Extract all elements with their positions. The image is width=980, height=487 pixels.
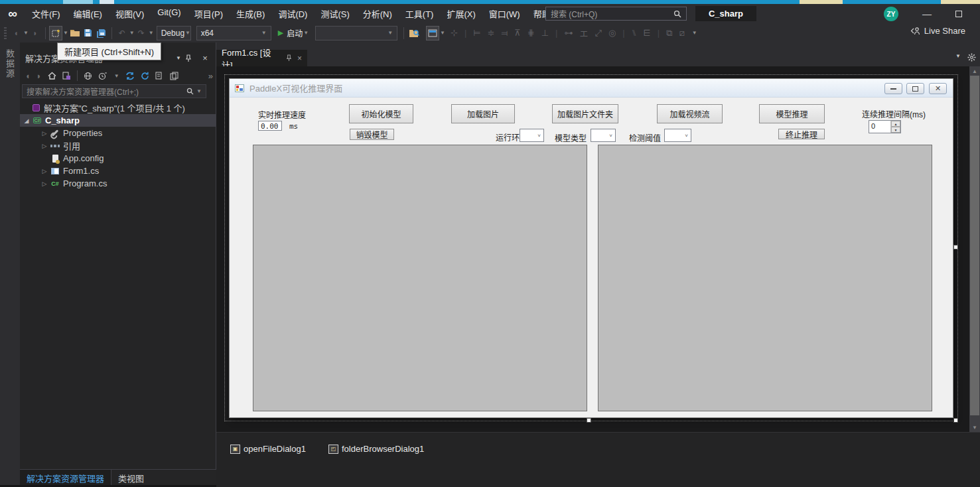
menu-project[interactable]: 项目(P): [188, 5, 230, 23]
home-icon[interactable]: [48, 72, 56, 80]
live-share-button[interactable]: Live Share: [910, 26, 965, 36]
menu-view[interactable]: 视图(V): [109, 5, 151, 23]
save-button[interactable]: [82, 26, 95, 40]
picturebox-right[interactable]: [598, 145, 932, 411]
picturebox-left[interactable]: [253, 145, 587, 411]
toolbar-overflow-icon[interactable]: ▼: [692, 30, 697, 36]
tree-item-project[interactable]: ◢ C# C_sharp: [20, 114, 216, 127]
solution-config-dropdown[interactable]: Debug ▼: [157, 26, 191, 40]
tree-item-appconfig[interactable]: App.config: [20, 152, 216, 165]
menu-extensions[interactable]: 扩展(X): [440, 5, 482, 23]
align-lefts-icon[interactable]: ⊨: [473, 28, 480, 38]
same-height-icon[interactable]: エ: [580, 27, 589, 39]
sync-with-active-document-icon[interactable]: [125, 72, 135, 80]
destroy-model-button[interactable]: 销毁模型: [350, 129, 394, 140]
switch-views-icon[interactable]: [62, 72, 71, 80]
back-icon[interactable]: ◖: [25, 71, 31, 81]
collapsed-icon[interactable]: ▷: [40, 143, 48, 149]
menu-window[interactable]: 窗口(W): [482, 5, 527, 23]
stop-inference-button[interactable]: 终止推理: [778, 129, 825, 139]
menu-build[interactable]: 生成(B): [230, 5, 271, 23]
collapsed-icon[interactable]: ▷: [40, 168, 48, 174]
menu-file[interactable]: 文件(F): [25, 5, 67, 23]
align-bottoms-icon[interactable]: ⊥: [541, 28, 549, 38]
redo-dropdown-icon[interactable]: ▼: [149, 30, 154, 36]
size-to-grid-icon[interactable]: ◎: [608, 28, 616, 38]
folderbrowserdialog-component[interactable]: ◰ folderBrowserDialog1: [328, 444, 424, 454]
load-stream-button[interactable]: 加载视频流: [657, 104, 723, 123]
back-dropdown-icon[interactable]: ▼: [23, 30, 29, 36]
align-centers-icon[interactable]: ≑: [488, 28, 495, 38]
save-all-button[interactable]: [95, 26, 108, 40]
designer-view-button[interactable]: [426, 26, 439, 40]
navigate-back-icon[interactable]: ◖: [9, 26, 23, 40]
tab-form1-designer[interactable]: Form1.cs [设计] ×: [216, 50, 307, 66]
menu-analyze[interactable]: 分析(N): [356, 5, 399, 23]
undo-dropdown-icon[interactable]: ▼: [129, 30, 135, 36]
quick-search-input[interactable]: 搜索 (Ctrl+Q): [545, 7, 687, 21]
menu-git[interactable]: Git(G): [151, 5, 187, 23]
openfiledialog-component[interactable]: ▣ openFileDialog1: [230, 444, 306, 454]
vert-spacing-icon[interactable]: ⋿: [643, 28, 650, 38]
tree-item-properties[interactable]: ▷ Properties: [20, 127, 216, 139]
collapse-all-icon[interactable]: [155, 72, 164, 80]
tree-item-program[interactable]: ▷ C# Program.cs: [20, 177, 216, 190]
new-dropdown-icon[interactable]: ▼: [63, 30, 68, 36]
speed-value-textbox[interactable]: 0.00: [258, 121, 282, 131]
minimize-button[interactable]: —: [916, 5, 938, 22]
all-files-icon[interactable]: [84, 72, 92, 80]
bring-front-icon[interactable]: ⧉: [666, 28, 672, 38]
spin-down-icon[interactable]: ▼: [891, 127, 900, 133]
snap-to-grid-icon[interactable]: ⊹: [451, 28, 458, 38]
menu-edit[interactable]: 编辑(E): [67, 5, 109, 23]
menu-test[interactable]: 测试(S): [314, 5, 356, 23]
pin-icon[interactable]: [185, 54, 198, 62]
designer-surface[interactable]: PaddleX可视化推理界面 ✕ 实时推理速度 0.00 ms 初始化模型 加载…: [216, 66, 980, 432]
designed-form[interactable]: PaddleX可视化推理界面 ✕ 实时推理速度 0.00 ms 初始化模型 加载…: [229, 78, 953, 418]
resize-handle-bottom[interactable]: [587, 418, 591, 423]
tree-item-form1[interactable]: ▷ Form1.cs: [20, 165, 216, 177]
undo-icon[interactable]: ↶: [115, 26, 129, 40]
solution-search-input[interactable]: 搜索解决方案资源管理器(Ctrl+;) ▼: [22, 84, 206, 98]
filter-dropdown-icon[interactable]: ▼: [114, 73, 119, 79]
same-width-icon[interactable]: ⊶: [565, 28, 573, 38]
find-in-files-button[interactable]: [407, 26, 421, 40]
platform-dropdown[interactable]: x64 ▼: [196, 26, 271, 40]
det-threshold-combobox[interactable]: ˅: [664, 129, 691, 142]
scroll-up-icon[interactable]: ▲: [969, 66, 980, 76]
document-list-icon[interactable]: ▼: [955, 53, 961, 62]
toolbar-overflow-icon[interactable]: »: [208, 71, 213, 81]
toolbar-grip[interactable]: [4, 27, 7, 39]
load-image-button[interactable]: 加载图片: [451, 104, 515, 123]
form-close-button[interactable]: ✕: [929, 83, 947, 94]
navigate-forward-icon[interactable]: ◗: [29, 26, 42, 40]
run-inference-button[interactable]: 模型推理: [759, 104, 825, 123]
expanded-icon[interactable]: ◢: [23, 117, 31, 124]
align-rights-icon[interactable]: ⫤: [502, 28, 508, 38]
gear-icon[interactable]: [967, 53, 976, 62]
align-tops-icon[interactable]: ⊼: [514, 28, 521, 38]
interval-numeric-updown[interactable]: 0 ▲ ▼: [869, 120, 901, 133]
open-file-button[interactable]: [68, 26, 82, 40]
align-middles-icon[interactable]: ⋕: [527, 28, 535, 38]
tab-solution-explorer[interactable]: 解决方案资源管理器: [20, 470, 111, 485]
startup-item-dropdown[interactable]: ▼: [315, 26, 397, 40]
tab-class-view[interactable]: 类视图: [111, 470, 151, 485]
scrollbar-thumb[interactable]: [970, 76, 979, 415]
show-all-files-icon[interactable]: [170, 72, 179, 80]
form-maximize-button[interactable]: [906, 83, 924, 94]
pin-icon[interactable]: [286, 54, 292, 62]
new-project-button[interactable]: [49, 26, 62, 40]
pending-changes-filter-icon[interactable]: [98, 72, 107, 80]
runtime-env-combobox[interactable]: ˅: [520, 129, 544, 142]
collapsed-icon[interactable]: ▷: [40, 180, 48, 187]
resize-handle-corner[interactable]: [953, 418, 958, 423]
data-sources-vertical-tab[interactable]: 数据源: [3, 49, 16, 79]
start-debug-button[interactable]: ▶ 启动 ▼: [274, 27, 313, 38]
scroll-down-icon[interactable]: ▼: [969, 423, 980, 432]
refresh-icon[interactable]: [141, 72, 149, 80]
model-type-combobox[interactable]: ˅: [591, 129, 616, 142]
same-size-icon[interactable]: ⤢: [595, 28, 602, 38]
redo-icon[interactable]: ↷: [135, 26, 148, 40]
spin-up-icon[interactable]: ▲: [891, 121, 900, 127]
